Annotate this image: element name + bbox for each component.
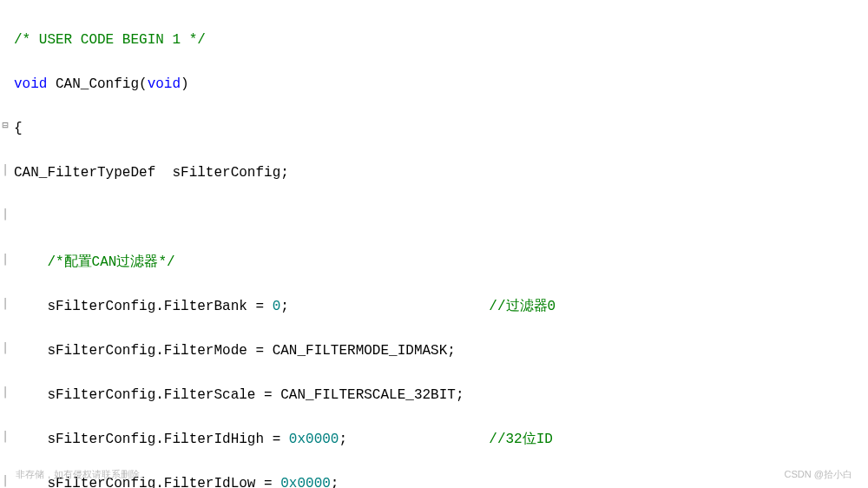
code-line: │ sFilterConfig.FilterMode = CAN_FILTERM…	[14, 340, 865, 363]
fold-bar-icon: │	[0, 162, 10, 179]
code-line: │ sFilterConfig.FilterBank = 0; //过滤器0	[14, 296, 865, 319]
code-text: ;	[280, 299, 289, 314]
fold-bar-icon: │	[0, 252, 10, 268]
code-text: ;	[331, 476, 339, 488]
comment: /* USER CODE BEGIN 1 */	[14, 32, 206, 48]
code-line: ⊟{	[14, 118, 865, 141]
comment: //过滤器0	[289, 299, 556, 314]
watermark-right: CSDN @拾小白	[785, 467, 852, 483]
comment: //32位ID	[347, 432, 553, 447]
fold-bar-icon: │	[0, 340, 10, 357]
code-text: sFilterConfig.FilterIdHigh =	[14, 432, 289, 447]
keyword: void	[14, 76, 47, 92]
watermark-left: 非存储，如有侵权请联系删除。	[16, 467, 149, 483]
code-text: ;	[339, 432, 347, 447]
code-line: │ /*配置CAN过滤器*/	[14, 252, 865, 274]
code-text: CAN_FilterTypeDef sFilterConfig;	[14, 165, 289, 181]
code-line: │CAN_FilterTypeDef sFilterConfig;	[14, 162, 865, 185]
fold-bar-icon: │	[0, 296, 10, 313]
comment: /*配置CAN过滤器*/	[14, 254, 175, 270]
fold-bar-icon: │	[0, 429, 10, 445]
code-line: │	[14, 207, 865, 229]
code-line: void CAN_Config(void)	[14, 74, 865, 96]
brace: {	[14, 121, 23, 136]
keyword: void	[148, 76, 181, 92]
code-line: │ sFilterConfig.FilterIdHigh = 0x0000; /…	[14, 429, 865, 452]
code-text: )	[181, 76, 189, 92]
fold-bar-icon: │	[0, 473, 10, 488]
fold-minus-icon[interactable]: ⊟	[0, 118, 10, 135]
code-text: CAN_Config(	[47, 76, 147, 92]
code-line: │ sFilterConfig.FilterScale = CAN_FILTER…	[14, 385, 865, 407]
code-text: sFilterConfig.FilterBank =	[14, 299, 273, 314]
code-block: /* USER CODE BEGIN 1 */ void CAN_Config(…	[3, 7, 865, 488]
fold-bar-icon: │	[0, 207, 10, 223]
code-line: /* USER CODE BEGIN 1 */	[14, 30, 865, 52]
number: 0	[273, 299, 281, 314]
code-text: sFilterConfig.FilterMode = CAN_FILTERMOD…	[14, 343, 456, 359]
number: 0x0000	[280, 476, 331, 488]
code-text: sFilterConfig.FilterScale = CAN_FILTERSC…	[14, 387, 464, 403]
fold-bar-icon: │	[0, 385, 10, 401]
number: 0x0000	[289, 432, 339, 447]
